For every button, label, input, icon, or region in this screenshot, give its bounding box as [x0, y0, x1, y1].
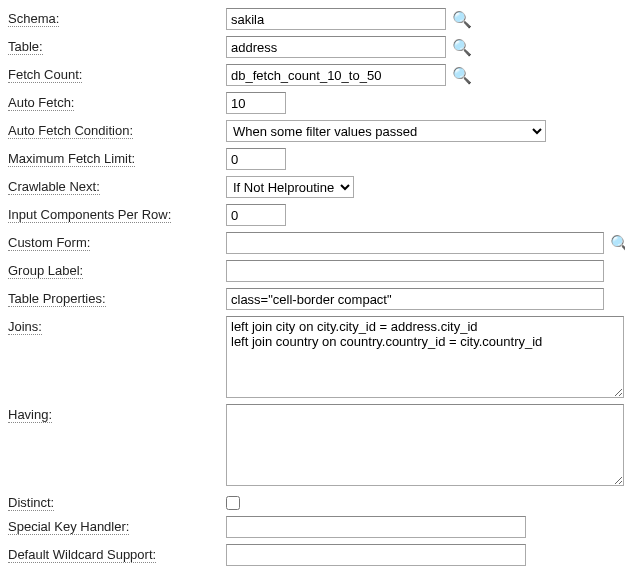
- label-schema: Schema:: [8, 8, 226, 26]
- label-custom-form: Custom Form:: [8, 232, 226, 250]
- search-icon[interactable]: 🔍: [452, 38, 472, 56]
- auto-fetch-condition-select[interactable]: When some filter values passed: [226, 120, 546, 142]
- row-default-wildcard: Default Wildcard Support:: [8, 544, 617, 566]
- label-default-wildcard: Default Wildcard Support:: [8, 544, 226, 562]
- special-key-handler-input[interactable]: [226, 516, 526, 538]
- row-input-components-per-row: Input Components Per Row:: [8, 204, 617, 226]
- label-table-properties: Table Properties:: [8, 288, 226, 306]
- row-special-key-handler: Special Key Handler:: [8, 516, 617, 538]
- custom-form-input[interactable]: [226, 232, 604, 254]
- input-components-per-row-input[interactable]: [226, 204, 286, 226]
- row-schema: Schema: 🔍: [8, 8, 617, 30]
- row-joins: Joins: left join city on city.city_id = …: [8, 316, 617, 398]
- label-fetch-count: Fetch Count:: [8, 64, 226, 82]
- label-special-key-handler: Special Key Handler:: [8, 516, 226, 534]
- label-auto-fetch-condition: Auto Fetch Condition:: [8, 120, 226, 138]
- distinct-checkbox[interactable]: [226, 496, 240, 510]
- row-auto-fetch-condition: Auto Fetch Condition: When some filter v…: [8, 120, 617, 142]
- row-distinct: Distinct:: [8, 492, 617, 510]
- row-auto-fetch: Auto Fetch:: [8, 92, 617, 114]
- search-icon[interactable]: 🔍: [452, 66, 472, 84]
- label-group-label: Group Label:: [8, 260, 226, 278]
- row-table: Table: 🔍: [8, 36, 617, 58]
- label-crawlable-next: Crawlable Next:: [8, 176, 226, 194]
- row-fetch-count: Fetch Count: 🔍: [8, 64, 617, 86]
- schema-input[interactable]: [226, 8, 446, 30]
- row-table-properties: Table Properties:: [8, 288, 617, 310]
- row-max-fetch-limit: Maximum Fetch Limit:: [8, 148, 617, 170]
- label-auto-fetch: Auto Fetch:: [8, 92, 226, 110]
- having-textarea[interactable]: [226, 404, 624, 486]
- label-table: Table:: [8, 36, 226, 54]
- label-max-fetch-limit: Maximum Fetch Limit:: [8, 148, 226, 166]
- row-custom-form: Custom Form: 🔍: [8, 232, 617, 254]
- group-label-input[interactable]: [226, 260, 604, 282]
- label-input-components-per-row: Input Components Per Row:: [8, 204, 226, 222]
- row-group-label: Group Label:: [8, 260, 617, 282]
- row-having: Having:: [8, 404, 617, 486]
- default-wildcard-input[interactable]: [226, 544, 526, 566]
- crawlable-next-select[interactable]: If Not Helproutine: [226, 176, 354, 198]
- label-joins: Joins:: [8, 316, 226, 334]
- max-fetch-limit-input[interactable]: [226, 148, 286, 170]
- row-crawlable-next: Crawlable Next: If Not Helproutine: [8, 176, 617, 198]
- auto-fetch-input[interactable]: [226, 92, 286, 114]
- table-properties-input[interactable]: [226, 288, 604, 310]
- fetch-count-input[interactable]: [226, 64, 446, 86]
- search-icon[interactable]: 🔍: [610, 234, 625, 252]
- label-having: Having:: [8, 404, 226, 422]
- table-input[interactable]: [226, 36, 446, 58]
- label-distinct: Distinct:: [8, 492, 226, 510]
- joins-textarea[interactable]: left join city on city.city_id = address…: [226, 316, 624, 398]
- search-icon[interactable]: 🔍: [452, 10, 472, 28]
